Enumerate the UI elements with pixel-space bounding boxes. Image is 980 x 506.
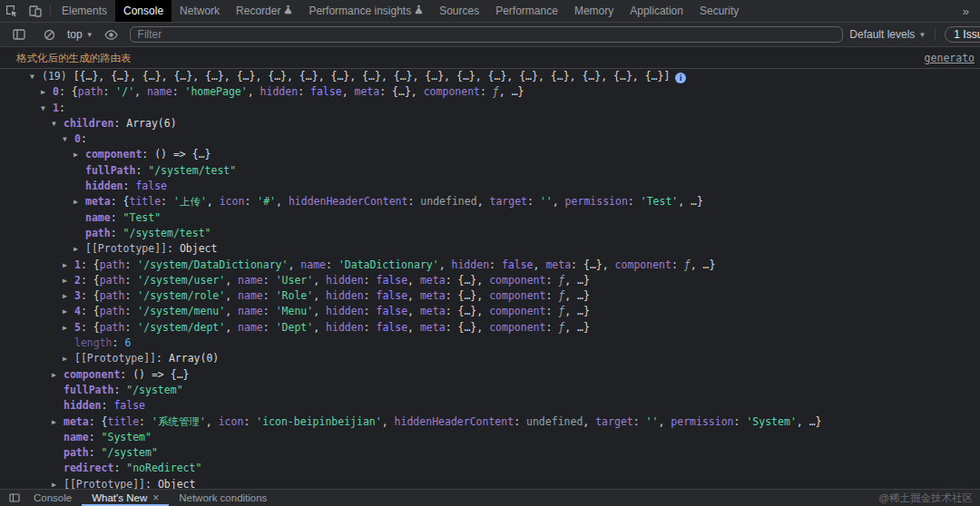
tab-console[interactable]: Console: [115, 0, 172, 22]
clear-console-icon[interactable]: [37, 29, 61, 41]
console-token: hidden: [326, 289, 364, 302]
console-tree-row[interactable]: ▶2: {path: '/system/user', name: 'User',…: [0, 273, 980, 288]
console-token: : {: [81, 258, 100, 271]
console-token: ,: [225, 274, 238, 287]
console-token: 1: [74, 258, 81, 271]
console-token: path: [100, 289, 125, 302]
tab-performance-insights[interactable]: Performance insights: [300, 0, 431, 22]
tab-security[interactable]: Security: [691, 0, 747, 22]
expanded-arrow-icon[interactable]: ▼: [41, 101, 53, 116]
tab-elements[interactable]: Elements: [54, 0, 115, 22]
collapsed-arrow-icon[interactable]: ▶: [74, 147, 85, 162]
console-token: path: [78, 85, 103, 98]
context-selector[interactable]: top ▼: [67, 28, 93, 41]
console-token: :: [527, 195, 540, 208]
collapsed-arrow-icon[interactable]: ▶: [41, 84, 53, 100]
console-property-row: name: "System": [0, 430, 980, 445]
tab-performance[interactable]: Performance: [487, 0, 566, 22]
drawer-tab-network-conditions[interactable]: Network conditions: [169, 490, 277, 506]
tab-sources[interactable]: Sources: [431, 0, 487, 22]
console-token: path: [100, 274, 125, 287]
console-tree-row[interactable]: ▶meta: {title: '上传', icon: '#', hiddenHe…: [0, 194, 980, 209]
console-token: : {: [81, 289, 100, 302]
console-tree-row[interactable]: ▶component: () => {…}: [0, 367, 980, 383]
console-token: "System": [102, 431, 152, 443]
expanded-arrow-icon[interactable]: ▼: [30, 69, 42, 84]
drawer-tab-console[interactable]: Console: [24, 490, 82, 506]
collapsed-arrow-icon[interactable]: ▶: [52, 477, 64, 489]
console-token: ,: [313, 321, 326, 334]
tab-memory[interactable]: Memory: [566, 0, 622, 22]
collapsed-arrow-icon[interactable]: ▶: [74, 241, 85, 257]
tab-recorder[interactable]: Recorder: [228, 0, 300, 22]
expanded-arrow-icon[interactable]: ▼: [52, 116, 64, 131]
expanded-arrow-icon[interactable]: ▼: [63, 131, 74, 147]
filter-input[interactable]: [130, 26, 844, 43]
drawer-panel-icon[interactable]: [5, 490, 24, 506]
collapsed-arrow-icon[interactable]: ▶: [74, 194, 85, 209]
tab-network[interactable]: Network: [172, 0, 228, 22]
tab-application[interactable]: Application: [622, 0, 691, 22]
console-token: 2: [74, 274, 81, 287]
collapsed-arrow-icon[interactable]: ▶: [63, 304, 74, 319]
collapsed-arrow-icon[interactable]: ▶: [52, 367, 64, 383]
console-token: :: [407, 195, 420, 208]
console-tree-row[interactable]: ▶3: {path: '/system/role', name: 'Role',…: [0, 288, 980, 304]
issues-badge[interactable]: 1 Issue: [945, 26, 980, 43]
console-tree-row[interactable]: ▶[[Prototype]]: Array(0): [0, 351, 980, 366]
console-tree-row[interactable]: ▼children: Array(6): [0, 116, 980, 131]
console-sidebar-icon[interactable]: [7, 29, 31, 40]
console-tree-row[interactable]: ▶5: {path: '/system/dept', name: 'Dept',…: [0, 320, 980, 336]
live-expression-eye-icon[interactable]: [100, 30, 123, 40]
console-token: hiddenHeaderContent: [395, 415, 514, 428]
console-token: ,: [134, 85, 147, 98]
console-tree-row[interactable]: ▶4: {path: '/system/menu', name: 'Menu',…: [0, 304, 980, 319]
close-icon[interactable]: ×: [152, 491, 159, 504]
console-token: ,: [583, 415, 595, 428]
device-toolbar-icon[interactable]: [24, 0, 47, 22]
chevron-down-icon: ▼: [86, 31, 93, 39]
log-levels-dropdown[interactable]: Default levels ▼: [849, 28, 926, 41]
source-link[interactable]: generato: [925, 51, 975, 66]
tab-label: Console: [123, 5, 163, 17]
console-token: :: [263, 321, 276, 334]
tab-label: Console: [34, 492, 72, 503]
console-token: meta: [420, 289, 446, 302]
collapsed-arrow-icon[interactable]: ▶: [52, 414, 64, 430]
tab-label: Performance insights: [309, 5, 411, 17]
console-rows: ▼(19) [{…}, {…}, {…}, {…}, {…}, {…}, {…}…: [0, 69, 980, 489]
collapsed-arrow-icon[interactable]: ▶: [63, 351, 74, 366]
console-token: component: [489, 305, 545, 317]
console-tree-row[interactable]: ▶[[Prototype]]: Object: [0, 241, 980, 257]
console-token: :: [123, 180, 136, 192]
collapsed-arrow-icon[interactable]: ▶: [63, 273, 74, 288]
console-token: , …}: [564, 274, 590, 287]
console-token: :: [167, 242, 180, 255]
console-token: meta: [85, 195, 111, 208]
console-tree-row[interactable]: ▼0:: [0, 131, 980, 147]
console-tree-row[interactable]: ▼1:: [0, 101, 980, 116]
console-tree-row[interactable]: ▶[[Prototype]]: Object: [0, 477, 980, 489]
experiment-flask-icon: [284, 5, 292, 17]
collapsed-arrow-icon[interactable]: ▶: [63, 288, 74, 304]
console-token: ,: [476, 289, 489, 302]
console-tree-row[interactable]: ▶meta: {title: '系统管理', icon: 'icon-beipi…: [0, 414, 980, 430]
drawer-tab-whats-new[interactable]: What's New ×: [82, 490, 169, 506]
console-tree-row[interactable]: ▶component: () => {…}: [0, 147, 980, 162]
more-tabs-button[interactable]: »: [952, 0, 980, 22]
collapsed-arrow-icon[interactable]: ▶: [63, 320, 74, 336]
console-token: :: [298, 85, 310, 98]
info-icon[interactable]: i: [675, 73, 686, 83]
collapsed-arrow-icon[interactable]: ▶: [63, 258, 74, 273]
console-tree-row[interactable]: ▶0: {path: '/', name: 'homePage', hidden…: [0, 84, 980, 100]
console-log-entry: 格式化后的生成的路由表 generato: [0, 49, 980, 69]
console-token: , …}: [499, 85, 524, 98]
console-token: :: [489, 258, 502, 271]
console-token: ,: [534, 258, 546, 271]
console-token: length: [74, 336, 113, 349]
console-token: , …}: [564, 289, 590, 302]
console-tree-row[interactable]: ▼(19) [{…}, {…}, {…}, {…}, {…}, {…}, {…}…: [0, 69, 980, 84]
inspect-element-icon[interactable]: [0, 0, 24, 22]
console-tree-row[interactable]: ▶1: {path: '/system/DataDictionary', nam…: [0, 258, 980, 273]
console-token: :: [671, 258, 684, 271]
